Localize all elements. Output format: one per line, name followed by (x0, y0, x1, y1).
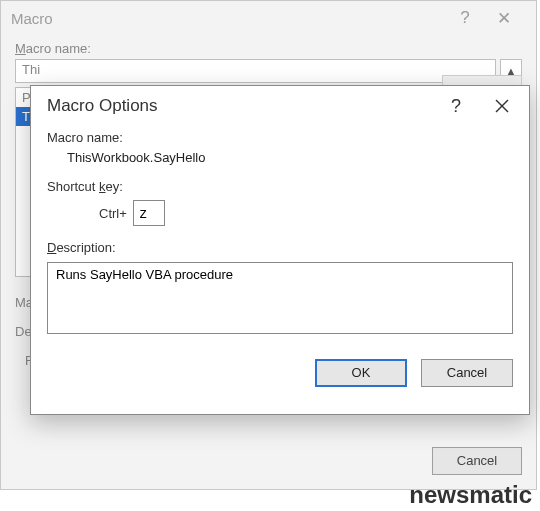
ok-button[interactable]: OK (315, 359, 407, 387)
macro-name-value: ThisWorkbook.SayHello (47, 148, 513, 165)
watermark: newsmatic (409, 481, 532, 509)
macro-dialog-title: Macro (11, 10, 448, 27)
macro-titlebar: Macro ? ✕ (1, 1, 536, 35)
description-textarea[interactable] (47, 262, 513, 334)
close-icon (495, 99, 509, 113)
macro-name-input[interactable]: Thi (15, 59, 496, 83)
cancel-button[interactable]: Cancel (421, 359, 513, 387)
macro-options-titlebar: Macro Options ? (31, 86, 529, 126)
help-button[interactable]: ? (448, 8, 482, 28)
shortcut-key-input[interactable] (133, 200, 165, 226)
ctrl-prefix: Ctrl+ (99, 206, 127, 221)
close-button[interactable]: ✕ (482, 8, 526, 29)
help-button[interactable]: ? (433, 86, 479, 126)
close-button[interactable] (479, 86, 525, 126)
macro-name-label: Macro name: (15, 41, 522, 56)
macro-options-title: Macro Options (47, 96, 433, 116)
macro-name-label: Macro name: (47, 130, 513, 145)
description-label: Description: (47, 240, 513, 255)
shortcut-key-label: Shortcut key: (47, 179, 513, 194)
cancel-button-parent[interactable]: Cancel (432, 447, 522, 475)
macro-options-dialog: Macro Options ? Macro name: ThisWorkbook… (30, 85, 530, 415)
